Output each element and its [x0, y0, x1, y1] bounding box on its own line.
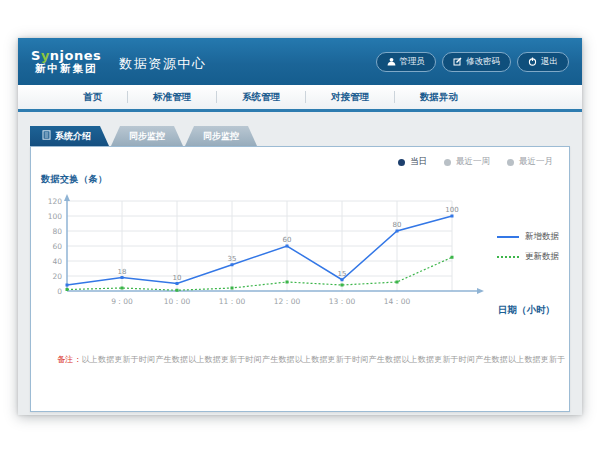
- line-chart: 0204060801001209 : 0010 : 0011 : 0012 : …: [37, 193, 507, 321]
- note-prefix: 备注：: [57, 355, 82, 364]
- svg-text:11 : 00: 11 : 00: [219, 297, 246, 306]
- page-title: 数据资源中心: [119, 51, 206, 73]
- svg-text:60: 60: [283, 236, 292, 244]
- logo-text-en: Synjones: [31, 49, 101, 63]
- tab-sync-monitor-2[interactable]: 同步监控: [185, 126, 257, 146]
- chart-panel: 当日 最近一周 最近一月 数据交换（条） 0204060801001209 : …: [30, 146, 570, 412]
- nav-item-system-mgmt[interactable]: 系统管理: [217, 85, 305, 109]
- svg-text:10 : 00: 10 : 00: [164, 297, 191, 306]
- user-icon: [387, 57, 396, 66]
- app-window: Synjones 新中新集团 数据资源中心 管理员 修改密码 退出: [18, 38, 582, 415]
- y-axis-title: 数据交换（条）: [41, 173, 108, 186]
- radio-dot: [444, 159, 451, 166]
- nav-item-standard-mgmt[interactable]: 标准管理: [128, 85, 216, 109]
- period-selector: 当日 最近一周 最近一月: [398, 156, 553, 168]
- period-option-last-week[interactable]: 最近一周: [444, 156, 490, 168]
- period-option-today[interactable]: 当日: [398, 156, 427, 168]
- radio-dot: [398, 159, 405, 166]
- svg-text:15: 15: [338, 270, 347, 278]
- period-option-last-month[interactable]: 最近一月: [507, 156, 553, 168]
- footer-note: 备注：以上数据更新于时间产生数据以上数据更新于时间产生数据以上数据更新于时间产生…: [57, 354, 565, 365]
- svg-text:10: 10: [173, 274, 182, 282]
- content-area: 系统介绍 同步监控 同步监控 当日 最近一周: [18, 112, 582, 412]
- svg-text:12 : 00: 12 : 00: [274, 297, 301, 306]
- admin-user-button[interactable]: 管理员: [376, 52, 437, 72]
- header-bar: Synjones 新中新集团 数据资源中心 管理员 修改密码 退出: [18, 38, 582, 85]
- svg-text:80: 80: [52, 227, 62, 236]
- svg-text:80: 80: [393, 221, 402, 229]
- svg-text:35: 35: [228, 255, 237, 263]
- svg-text:13 : 00: 13 : 00: [329, 297, 356, 306]
- nav-item-data-change[interactable]: 数据异动: [395, 85, 483, 109]
- svg-text:100: 100: [445, 206, 458, 214]
- logout-button[interactable]: 退出: [517, 52, 569, 72]
- svg-text:20: 20: [52, 272, 62, 281]
- svg-text:0: 0: [57, 287, 62, 296]
- svg-text:60: 60: [52, 242, 62, 251]
- change-password-button[interactable]: 修改密码: [442, 52, 511, 72]
- document-icon: [42, 130, 51, 142]
- tab-bar: 系统介绍 同步监控 同步监控: [30, 126, 570, 146]
- x-axis-title: 日期（小时）: [498, 304, 555, 317]
- edit-icon: [453, 57, 462, 66]
- svg-text:40: 40: [52, 257, 62, 266]
- svg-text:14 : 00: 14 : 00: [384, 297, 411, 306]
- dotted-line-swatch: [497, 256, 519, 258]
- header-actions: 管理员 修改密码 退出: [376, 52, 570, 72]
- tab-sync-monitor-1[interactable]: 同步监控: [111, 126, 183, 146]
- nav-item-home[interactable]: 首页: [58, 85, 127, 109]
- company-logo: Synjones 新中新集团: [31, 49, 101, 75]
- power-icon: [528, 57, 537, 66]
- svg-text:100: 100: [48, 212, 63, 221]
- nav-item-interface-mgmt[interactable]: 对接管理: [306, 85, 394, 109]
- svg-text:18: 18: [118, 268, 127, 276]
- solid-line-swatch: [497, 236, 519, 238]
- logo-text-cn: 新中新集团: [35, 63, 98, 75]
- legend-item-update-data: 更新数据: [497, 251, 559, 263]
- series-legend: 新增数据 更新数据: [497, 231, 559, 271]
- radio-dot: [507, 159, 514, 166]
- svg-text:120: 120: [48, 197, 63, 206]
- tab-system-intro[interactable]: 系统介绍: [30, 126, 109, 146]
- svg-text:9 : 00: 9 : 00: [111, 297, 133, 306]
- main-nav: 首页 标准管理 系统管理 对接管理 数据异动: [18, 85, 582, 112]
- legend-item-new-data: 新增数据: [497, 231, 559, 243]
